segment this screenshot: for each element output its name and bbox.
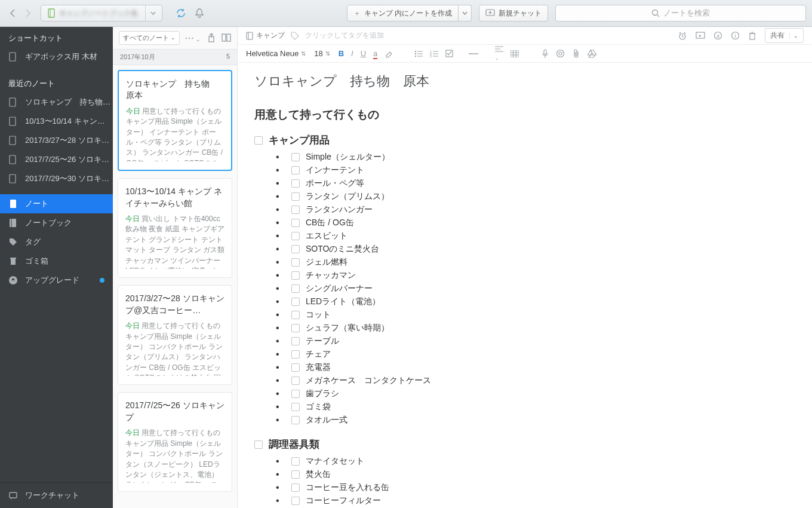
item-label: エスビット [306, 231, 347, 241]
item-checkbox[interactable] [291, 363, 300, 372]
item-checkbox[interactable] [291, 298, 300, 306]
sidebar-item-notebooks[interactable]: ノートブック [0, 213, 113, 232]
shortcut-item[interactable]: ギアボックス用 木材 [0, 47, 113, 66]
camera-icon[interactable] [556, 49, 565, 58]
recent-note-item[interactable]: 2017/7/25〜26 ソロキ… [0, 150, 113, 169]
add-tag-button[interactable] [291, 32, 299, 40]
more-options-button[interactable]: ⋯⌄ [184, 32, 201, 44]
info-icon[interactable]: i [731, 31, 740, 40]
bell-icon[interactable] [195, 8, 204, 19]
align-button[interactable]: ⌄ [495, 45, 503, 62]
section-checkbox[interactable] [254, 440, 263, 449]
item-checkbox[interactable] [291, 324, 300, 332]
item-checkbox[interactable] [291, 258, 300, 267]
notebook-breadcrumb[interactable]: キャンプ [246, 30, 285, 41]
checklist-item: チャッカマン [275, 269, 795, 282]
item-checkbox[interactable] [291, 497, 300, 505]
svg-rect-47 [510, 50, 519, 57]
item-checkbox[interactable] [291, 232, 300, 240]
sidebar-item-trash[interactable]: ゴミ箱 [0, 252, 113, 271]
nav-back-button[interactable] [6, 7, 19, 20]
item-checkbox[interactable] [291, 311, 300, 319]
note-filter-dropdown[interactable]: すべてのノート ⌄ [119, 31, 180, 45]
text-color-button[interactable]: a [373, 49, 377, 58]
bullet-list-button[interactable] [414, 50, 423, 57]
search-input[interactable]: ノートを検索 [555, 5, 806, 22]
underline-button[interactable]: U [361, 49, 366, 58]
tag-placeholder[interactable]: クリックしてタグを追加 [305, 30, 384, 41]
notebook-selector[interactable]: キャンプノートブック名 [41, 5, 162, 22]
sidebar-item-label: ワークチャット [25, 490, 79, 501]
number-list-button[interactable]: 123 [430, 50, 438, 57]
item-checkbox[interactable] [291, 271, 300, 280]
share-icon[interactable] [207, 33, 216, 42]
item-checkbox[interactable] [291, 483, 300, 492]
item-checkbox[interactable] [291, 403, 300, 411]
bold-button[interactable]: B [339, 49, 344, 58]
item-checkbox[interactable] [291, 470, 300, 479]
sync-icon[interactable] [176, 8, 186, 19]
hr-button[interactable] [469, 53, 478, 55]
recent-note-item[interactable]: 2017/3/27〜28 ソロキ… [0, 131, 113, 150]
svg-rect-15 [10, 258, 16, 259]
item-checkbox[interactable] [291, 457, 300, 466]
item-checkbox[interactable] [291, 377, 300, 385]
item-label: チェア [306, 349, 331, 360]
view-mode-icon[interactable] [222, 33, 231, 42]
section-checkbox[interactable] [254, 136, 263, 145]
mic-icon[interactable] [542, 49, 549, 59]
new-note-menu-button[interactable] [459, 5, 472, 22]
note-card[interactable]: 2017/7/25〜26 ソロキャンプ今日 用意して持って行くもの キャンプ用品… [118, 392, 232, 492]
sidebar-item-notes[interactable]: ノート [0, 194, 113, 213]
item-checkbox[interactable] [291, 219, 300, 227]
note-title[interactable]: ソロキャンプ 持ち物 原本 [254, 72, 795, 90]
item-checkbox[interactable] [291, 337, 300, 345]
sidebar-item-workchat[interactable]: ワークチャット [0, 483, 113, 508]
svg-point-3 [653, 10, 658, 16]
font-family-select[interactable]: Helvetica Neue⇅ [246, 49, 306, 58]
item-checkbox[interactable] [291, 192, 300, 201]
annotate-icon[interactable]: a [713, 31, 722, 40]
item-checkbox[interactable] [291, 206, 300, 214]
note-card[interactable]: ソロキャンプ 持ち物 原本今日 用意して持って行くもの キャンプ用品 Simpl… [118, 70, 232, 171]
reminder-icon[interactable] [678, 31, 687, 41]
sidebar-item-upgrade[interactable]: アップグレード [0, 271, 113, 290]
shortcuts-heading: ショートカット [0, 27, 113, 47]
note-icon [8, 52, 19, 62]
note-card[interactable]: 2017/3/27〜28 ソロキャンプ@又吉コーヒー…今日 用意して持って行くも… [118, 285, 232, 385]
present-icon[interactable] [696, 32, 705, 40]
checkbox-list-button[interactable] [445, 50, 453, 57]
checklist-item: テーブル [275, 335, 795, 348]
item-checkbox[interactable] [291, 245, 300, 253]
delete-icon[interactable] [748, 31, 756, 41]
note-content[interactable]: ソロキャンプ 持ち物 原本 用意して持って行くもの キャンプ用品 Simple（… [238, 63, 812, 508]
sidebar-item-tags[interactable]: タグ [0, 232, 113, 252]
recent-note-item[interactable]: ソロキャンプ 持ち物… [0, 93, 113, 112]
share-button[interactable]: 共有⌄ [765, 28, 804, 43]
italic-button[interactable]: I [351, 49, 353, 58]
svg-rect-14 [11, 259, 16, 265]
recent-note-item[interactable]: 2017/7/29〜30 ソロキ… [0, 169, 113, 188]
item-checkbox[interactable] [291, 390, 300, 398]
new-note-button[interactable]: ＋キャンプ 内にノートを作成 [347, 5, 459, 22]
item-checkbox[interactable] [291, 166, 300, 175]
recent-note-item[interactable]: 10/13〜10/14 キャン… [0, 112, 113, 131]
checklist-item: 充電器 [275, 361, 795, 374]
item-checkbox[interactable] [291, 416, 300, 424]
trash-icon [8, 256, 19, 266]
card-preview: 今日 用意して持って行くもの キャンプ用品 Simple（シェルター） コンパク… [125, 428, 224, 483]
highlight-button[interactable] [385, 50, 394, 58]
checklist-item: メガネケース コンタクトケース [275, 374, 795, 387]
font-size-select[interactable]: 18⇅ [314, 49, 330, 58]
drive-icon[interactable] [588, 50, 596, 58]
notebook-name-blurred: キャンプノートブック名 [59, 8, 138, 19]
item-checkbox[interactable] [291, 179, 300, 188]
nav-forward-button[interactable] [21, 7, 35, 20]
new-chat-button[interactable]: 新規チャット [479, 5, 548, 22]
item-checkbox[interactable] [291, 284, 300, 293]
note-card[interactable]: 10/13〜10/14 キャンプ ネイチャーみらい館今日 買い出し トマト缶40… [118, 178, 232, 278]
attach-icon[interactable] [572, 49, 580, 59]
item-checkbox[interactable] [291, 153, 300, 161]
item-checkbox[interactable] [291, 350, 300, 359]
table-button[interactable] [510, 50, 519, 57]
